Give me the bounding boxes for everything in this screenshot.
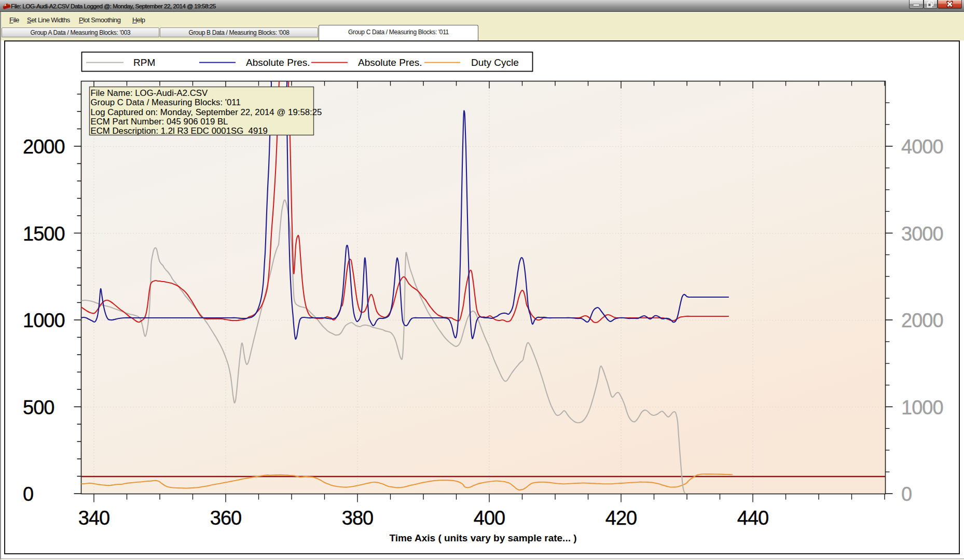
svg-text:RPM: RPM	[133, 57, 155, 68]
svg-text:ECM Part Number: 045 906 019 B: ECM Part Number: 045 906 019 BL	[91, 117, 228, 127]
svg-text:Group C Data / Measuring Block: Group C Data / Measuring Blocks: '011	[91, 97, 241, 107]
svg-text:Absolute Pres.: Absolute Pres.	[358, 57, 422, 68]
svg-text:2000: 2000	[23, 136, 65, 158]
svg-text:420: 420	[605, 507, 637, 529]
svg-text:380: 380	[342, 507, 373, 529]
svg-text:Absolute Pres.: Absolute Pres.	[246, 57, 310, 68]
svg-text:4000: 4000	[901, 136, 943, 158]
svg-text:1000: 1000	[901, 397, 943, 418]
svg-text:3000: 3000	[901, 223, 943, 245]
svg-text:360: 360	[210, 507, 241, 529]
svg-text:ECM Description: 1.2l R3 EDC 0: ECM Description: 1.2l R3 EDC 0001SG 4919	[91, 126, 268, 136]
svg-text:440: 440	[737, 507, 768, 529]
svg-text:340: 340	[78, 507, 109, 529]
svg-text:0: 0	[901, 483, 912, 505]
svg-text:1500: 1500	[23, 223, 65, 245]
svg-text:400: 400	[474, 507, 505, 529]
svg-text:1000: 1000	[23, 310, 65, 331]
svg-text:Log Captured on: Monday, Septe: Log Captured on: Monday, September 22, 2…	[91, 107, 322, 117]
svg-text:Duty Cycle: Duty Cycle	[471, 57, 519, 68]
svg-text:2000: 2000	[901, 310, 943, 331]
svg-text:0: 0	[23, 483, 33, 505]
svg-text:File Name: LOG-Audi-A2.CSV: File Name: LOG-Audi-A2.CSV	[91, 88, 208, 98]
svg-text:Time Axis ( units vary by samp: Time Axis ( units vary by sample rate...…	[389, 533, 576, 543]
svg-text:500: 500	[23, 397, 54, 418]
